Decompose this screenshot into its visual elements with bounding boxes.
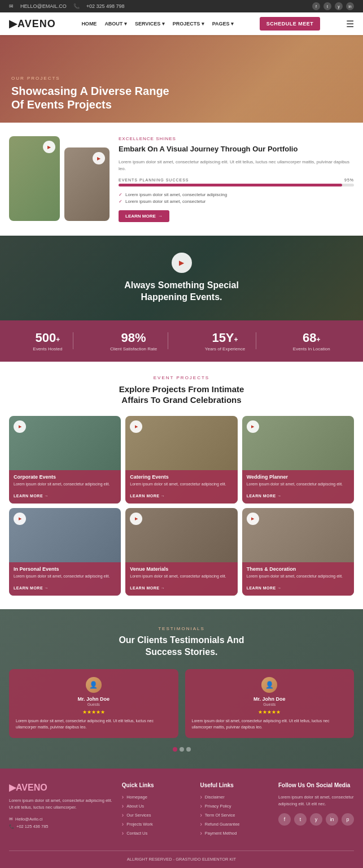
- testimonial-text-2: Lorem ipsum dolor sit amet, consectetur …: [192, 718, 348, 730]
- nav-pages[interactable]: PAGES ▾: [212, 21, 234, 27]
- footer: ▶AVENO Lorem ipsum dolor sit amet, conse…: [0, 769, 363, 868]
- check-icon-1: ✓: [119, 192, 123, 197]
- top-bar: ✉ HELLO@EMAIL.CO 📞 +02 325 498 798 f t y…: [0, 0, 363, 12]
- footer-quick-title: Quick Links: [122, 782, 191, 788]
- nav-about[interactable]: ABOUT ▾: [104, 21, 127, 27]
- project-play-6[interactable]: ▶: [247, 513, 259, 525]
- progress-bar-bg: [119, 184, 354, 186]
- dot-3[interactable]: [186, 747, 191, 752]
- project-desc-1: Lorem ipsum dolor sit amet, consectetur …: [14, 481, 116, 487]
- project-link-2[interactable]: LEARN MORE →: [130, 494, 165, 498]
- footer-youtube-icon[interactable]: y: [310, 813, 322, 826]
- footer-link-disclaimer[interactable]: Disclaimer: [200, 794, 269, 800]
- project-card-5[interactable]: ▶ Venue Materials Lorem ipsum dolor sit …: [125, 508, 237, 596]
- hamburger-icon[interactable]: ☰: [346, 19, 354, 29]
- footer-link-privacy[interactable]: Privacy Policy: [200, 803, 269, 809]
- testimonial-card-2: 👤 Mr. John Doe Guests ★★★★★ Lorem ipsum …: [185, 669, 355, 738]
- footer-link-services[interactable]: Our Services: [122, 812, 191, 818]
- portfolio-images: ▶ ▶: [9, 136, 110, 222]
- footer-social-icons: f t y in p: [278, 813, 354, 826]
- project-play-2[interactable]: ▶: [130, 420, 142, 433]
- footer-link-homepage[interactable]: Homepage: [122, 794, 191, 800]
- testimonial-card-1: 👤 Mr. John Doe Guests ★★★★★ Lorem ipsum …: [9, 669, 178, 738]
- video-play-button[interactable]: ▶: [172, 253, 192, 273]
- topbar-twitter-icon[interactable]: t: [323, 2, 331, 10]
- project-card-2[interactable]: ▶ Catering Events Lorem ipsum dolor sit …: [125, 416, 237, 504]
- check-item-1: ✓ Lorem ipsum dolor sit amet, consectetu…: [119, 192, 354, 197]
- project-card-4[interactable]: ▶ In Personal Events Lorem ipsum dolor s…: [9, 508, 121, 596]
- project-play-4[interactable]: ▶: [14, 513, 26, 525]
- project-link-3[interactable]: LEARN MORE →: [247, 494, 282, 498]
- footer-col-brand: ▶AVENO Lorem ipsum dolor sit amet, conse…: [9, 782, 113, 839]
- project-link-1[interactable]: LEARN MORE →: [14, 494, 49, 498]
- portfolio-tag: EXCELLENCE SHINES: [119, 136, 354, 141]
- stat-number-4: 68+: [293, 331, 330, 345]
- project-title-5: Venue Materials: [130, 566, 233, 572]
- footer-facebook-icon[interactable]: f: [278, 813, 291, 826]
- project-play-5[interactable]: ▶: [130, 513, 142, 525]
- footer-link-terms[interactable]: Term Of Service: [200, 812, 269, 818]
- portfolio-learn-more-button[interactable]: LEARN MORE →: [119, 210, 169, 222]
- footer-phone-icon: 📞: [9, 824, 14, 829]
- projects-grid: ▶ Corporate Events Lorem ipsum dolor sit…: [9, 416, 354, 596]
- topbar-facebook-icon[interactable]: f: [312, 2, 320, 10]
- nav-projects[interactable]: PROJECTS ▾: [173, 21, 204, 27]
- project-card-3[interactable]: ▶ Wedding Planner Lorem ipsum dolor sit …: [242, 416, 354, 504]
- video-banner: ▶ Always Something Special Happening Eve…: [0, 236, 363, 320]
- project-link-6[interactable]: LEARN MORE →: [247, 586, 282, 590]
- testimonials-content: TESTIMONIALS Our Clients Testimonials An…: [9, 626, 354, 752]
- testimonial-name-1: Mr. John Doe: [16, 696, 172, 702]
- phone-icon: 📞: [73, 3, 80, 9]
- footer-copyright: ALLRIGHT RESERVED - GRASTUIDO ELEMENTOR …: [127, 857, 236, 862]
- footer-pinterest-icon[interactable]: p: [342, 813, 354, 826]
- nav-home[interactable]: HOME: [81, 21, 97, 27]
- top-bar-socials: f t y in: [312, 2, 354, 10]
- project-desc-4: Lorem ipsum dolor sit amet, consectetur …: [14, 574, 116, 579]
- project-info-1: Corporate Events Lorem ipsum dolor sit a…: [9, 470, 121, 504]
- project-info-2: Catering Events Lorem ipsum dolor sit am…: [125, 470, 237, 504]
- footer-linkedin-icon[interactable]: in: [326, 813, 338, 826]
- project-play-1[interactable]: ▶: [14, 420, 26, 433]
- project-info-3: Wedding Planner Lorem ipsum dolor sit am…: [242, 470, 354, 504]
- footer-link-payment[interactable]: Payment Method: [200, 830, 269, 836]
- check-list: ✓ Lorem ipsum dolor sit amet, consectetu…: [119, 192, 354, 204]
- testimonials-section: TESTIMONIALS Our Clients Testimonials An…: [0, 609, 363, 769]
- project-link-5[interactable]: LEARN MORE →: [130, 586, 165, 590]
- project-link-4[interactable]: LEARN MORE →: [14, 586, 49, 590]
- nav-links: HOME ABOUT ▾ SERVICES ▾ PROJECTS ▾ PAGES…: [81, 21, 234, 27]
- project-play-3[interactable]: ▶: [247, 420, 259, 433]
- footer-link-refund[interactable]: Refund Guarantee: [200, 821, 269, 827]
- play-button-secondary[interactable]: ▶: [93, 152, 105, 164]
- stat-label-2: Client Satisfaction Rate: [110, 346, 157, 351]
- project-card-1[interactable]: ▶ Corporate Events Lorem ipsum dolor sit…: [9, 416, 121, 504]
- play-button-main[interactable]: ▶: [43, 141, 55, 153]
- dot-1[interactable]: [173, 747, 177, 752]
- schedule-meet-button[interactable]: SCHEDULE MEET: [260, 17, 321, 31]
- project-card-6[interactable]: ▶ Thems & Decoration Lorem ipsum dolor s…: [242, 508, 354, 596]
- testimonials-grid: 👤 Mr. John Doe Guests ★★★★★ Lorem ipsum …: [9, 669, 354, 738]
- footer-email: ✉ Hello@Avilo.ci: [9, 817, 113, 822]
- footer-desc: Lorem ipsum dolor sit amet, consectetur …: [9, 797, 113, 811]
- footer-social-desc: Lorem ipsum dolor sit amet, consectetur …: [278, 794, 354, 808]
- footer-link-about[interactable]: About Us: [122, 803, 191, 809]
- footer-twitter-icon[interactable]: t: [294, 813, 307, 826]
- portfolio-title: Embark On A Visual Journey Through Our P…: [119, 145, 354, 154]
- footer-link-projects[interactable]: Projects Work: [122, 821, 191, 827]
- hero-content: OUR PROJECTS Showcasing A Diverse Range …: [11, 76, 169, 111]
- project-title-3: Wedding Planner: [247, 474, 349, 480]
- footer-useful-title: Useful Links: [200, 782, 269, 788]
- topbar-linkedin-icon[interactable]: in: [346, 2, 354, 10]
- top-bar-email: HELLO@EMAIL.CO: [20, 3, 67, 9]
- stat-number-1: 500+: [33, 331, 62, 345]
- topbar-youtube-icon[interactable]: y: [335, 2, 343, 10]
- footer-grid: ▶AVENO Lorem ipsum dolor sit amet, conse…: [9, 782, 354, 839]
- check-icon-2: ✓: [119, 199, 123, 204]
- testimonial-avatar-2: 👤: [261, 677, 277, 693]
- testimonial-role-1: Guests: [16, 702, 172, 706]
- footer-col-useful: Useful Links Disclaimer Privacy Policy T…: [200, 782, 269, 839]
- nav-services[interactable]: SERVICES ▾: [135, 21, 165, 27]
- project-desc-3: Lorem ipsum dolor sit amet, consectetur …: [247, 481, 349, 487]
- stat-number-3: 15Y+: [205, 331, 245, 345]
- dot-2[interactable]: [180, 747, 184, 752]
- footer-link-contact[interactable]: Contact Us: [122, 830, 191, 836]
